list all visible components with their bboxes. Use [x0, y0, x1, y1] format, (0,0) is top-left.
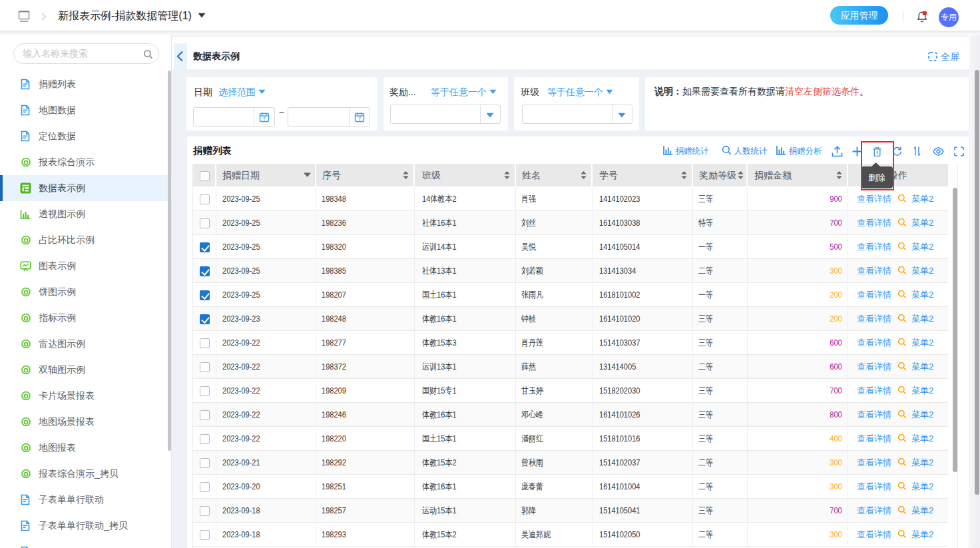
svg-text:7: 7 [358, 116, 362, 122]
svg-text:7: 7 [263, 116, 266, 122]
